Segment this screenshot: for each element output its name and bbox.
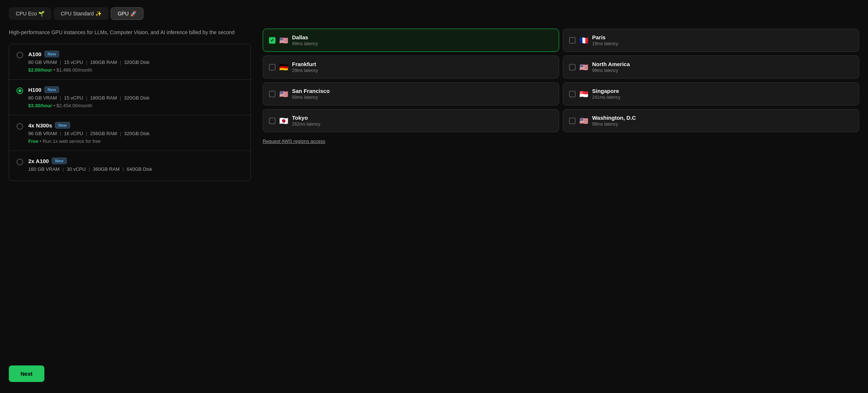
radio-2x-a100[interactable]: [17, 159, 23, 165]
region-frankfurt[interactable]: 🇩🇪 Frankfurt 29ms latency: [263, 55, 559, 79]
instance-list: A100 New 80 GB VRAM | 15 vCPU | 180GB RA…: [9, 44, 251, 181]
radio-4x-n300s[interactable]: [17, 123, 23, 130]
region-dallas[interactable]: ✓ 🇺🇸 Dallas 99ms latency: [263, 29, 559, 52]
instance-price-a100: $2.00/hour • $1,488.00/month: [28, 67, 243, 73]
instance-header-4x-n300s: 4x N300s New: [28, 122, 243, 129]
checkbox-paris[interactable]: [569, 37, 576, 44]
region-latency-tokyo: 262ms latency: [292, 122, 553, 127]
instance-specs-a100: 80 GB VRAM | 15 vCPU | 180GB RAM | 320GB…: [28, 60, 243, 65]
region-info-north-america: North America 99ms latency: [592, 61, 853, 73]
instance-header-a100: A100 New: [28, 51, 243, 57]
flag-singapore: 🇸🇬: [579, 90, 588, 98]
instance-header-2x-a100: 2x A100 New: [28, 158, 243, 164]
instance-specs-4x-n300s: 96 GB VRAM | 16 vCPU | 256GB RAM | 320GB…: [28, 131, 243, 136]
region-name-north-america: North America: [592, 61, 853, 67]
region-name-singapore: Singapore: [592, 88, 853, 94]
region-latency-paris: 19ms latency: [592, 41, 853, 46]
radio-a100[interactable]: [17, 52, 23, 58]
checkbox-frankfurt[interactable]: [269, 64, 276, 71]
region-tokyo[interactable]: 🇯🇵 Tokyo 262ms latency: [263, 109, 559, 132]
instance-name-2x-a100: 2x A100: [28, 158, 49, 164]
right-column: ✓ 🇺🇸 Dallas 99ms latency 🇫🇷 Paris 19ms l…: [263, 29, 859, 144]
checkbox-san-francisco[interactable]: [269, 91, 276, 97]
region-name-san-francisco: San Francisco: [292, 88, 553, 94]
region-info-tokyo: Tokyo 262ms latency: [292, 115, 553, 127]
badge-2x-a100: New: [52, 158, 67, 164]
region-name-washington-dc: Washington, D.C: [592, 115, 853, 121]
region-latency-north-america: 99ms latency: [592, 68, 853, 73]
aws-regions-link[interactable]: Request AWS regions access: [263, 138, 325, 144]
checkbox-singapore[interactable]: [569, 91, 576, 97]
region-name-dallas: Dallas: [292, 34, 553, 40]
flag-north-america: 🇺🇸: [579, 63, 588, 72]
region-san-francisco[interactable]: 🇺🇸 San Francisco 99ms latency: [263, 82, 559, 105]
instance-info-h100: H100 New 80 GB VRAM | 15 vCPU | 180GB RA…: [28, 86, 243, 108]
region-name-tokyo: Tokyo: [292, 115, 553, 121]
region-name-paris: Paris: [592, 34, 853, 40]
radio-h100[interactable]: [17, 87, 23, 94]
checkbox-north-america[interactable]: [569, 64, 576, 71]
instance-price-h100: $3.30/hour • $2,454.00/month: [28, 103, 243, 108]
flag-washington-dc: 🇺🇸: [579, 116, 588, 125]
page-description: High-performance GPU instances for LLMs,…: [9, 29, 244, 36]
instance-header-h100: H100 New: [28, 86, 243, 93]
instance-price-4x-n300s: Free • Run 1x web service for free: [28, 138, 243, 144]
region-singapore[interactable]: 🇸🇬 Singapore 241ms latency: [563, 82, 859, 105]
region-info-frankfurt: Frankfurt 29ms latency: [292, 61, 553, 73]
instance-name-h100: H100: [28, 87, 41, 93]
instance-2x-a100[interactable]: 2x A100 New 160 GB VRAM | 30 vCPU | 360G…: [9, 151, 251, 181]
checkbox-washington-dc[interactable]: [569, 118, 576, 124]
checkbox-dallas[interactable]: ✓: [269, 37, 276, 44]
tab-cpu-eco[interactable]: CPU Eco 🌱: [9, 7, 51, 20]
region-latency-dallas: 99ms latency: [292, 41, 553, 46]
tab-cpu-standard[interactable]: CPU Standard ✨: [54, 7, 108, 20]
badge-h100: New: [44, 86, 59, 93]
region-latency-frankfurt: 29ms latency: [292, 68, 553, 73]
left-column: High-performance GPU instances for LLMs,…: [9, 29, 251, 181]
instance-name-a100: A100: [28, 51, 41, 57]
region-name-frankfurt: Frankfurt: [292, 61, 553, 67]
instance-a100[interactable]: A100 New 80 GB VRAM | 15 vCPU | 180GB RA…: [9, 44, 251, 80]
region-washington-dc[interactable]: 🇺🇸 Washington, D.C 99ms latency: [563, 109, 859, 132]
flag-paris: 🇫🇷: [579, 36, 588, 45]
instance-h100[interactable]: H100 New 80 GB VRAM | 15 vCPU | 180GB RA…: [9, 80, 251, 115]
region-latency-washington-dc: 99ms latency: [592, 122, 853, 127]
flag-san-francisco: 🇺🇸: [279, 90, 288, 98]
region-latency-san-francisco: 99ms latency: [292, 95, 553, 100]
badge-4x-n300s: New: [55, 122, 70, 129]
flag-tokyo: 🇯🇵: [279, 116, 288, 125]
next-button[interactable]: Next: [9, 365, 44, 382]
instance-info-4x-n300s: 4x N300s New 96 GB VRAM | 16 vCPU | 256G…: [28, 122, 243, 144]
region-grid: ✓ 🇺🇸 Dallas 99ms latency 🇫🇷 Paris 19ms l…: [263, 29, 859, 132]
checkbox-tokyo[interactable]: [269, 118, 276, 124]
tab-gpu[interactable]: GPU 🚀: [111, 7, 143, 20]
instance-4x-n300s[interactable]: 4x N300s New 96 GB VRAM | 16 vCPU | 256G…: [9, 115, 251, 151]
tab-bar: CPU Eco 🌱 CPU Standard ✨ GPU 🚀: [9, 7, 859, 20]
flag-frankfurt: 🇩🇪: [279, 63, 288, 72]
instance-name-4x-n300s: 4x N300s: [28, 122, 52, 129]
region-paris[interactable]: 🇫🇷 Paris 19ms latency: [563, 29, 859, 52]
region-info-paris: Paris 19ms latency: [592, 34, 853, 46]
region-info-washington-dc: Washington, D.C 99ms latency: [592, 115, 853, 127]
instance-info-2x-a100: 2x A100 New 160 GB VRAM | 30 vCPU | 360G…: [28, 158, 243, 174]
badge-a100: New: [44, 51, 59, 57]
region-north-america[interactable]: 🇺🇸 North America 99ms latency: [563, 55, 859, 79]
flag-dallas: 🇺🇸: [279, 36, 288, 45]
instance-specs-h100: 80 GB VRAM | 15 vCPU | 180GB RAM | 320GB…: [28, 95, 243, 101]
instance-specs-2x-a100: 160 GB VRAM | 30 vCPU | 360GB RAM | 640G…: [28, 166, 243, 172]
region-info-singapore: Singapore 241ms latency: [592, 88, 853, 100]
instance-info-a100: A100 New 80 GB VRAM | 15 vCPU | 180GB RA…: [28, 51, 243, 73]
region-info-san-francisco: San Francisco 99ms latency: [292, 88, 553, 100]
region-latency-singapore: 241ms latency: [592, 95, 853, 100]
main-layout: High-performance GPU instances for LLMs,…: [9, 29, 859, 181]
region-info-dallas: Dallas 99ms latency: [292, 34, 553, 46]
